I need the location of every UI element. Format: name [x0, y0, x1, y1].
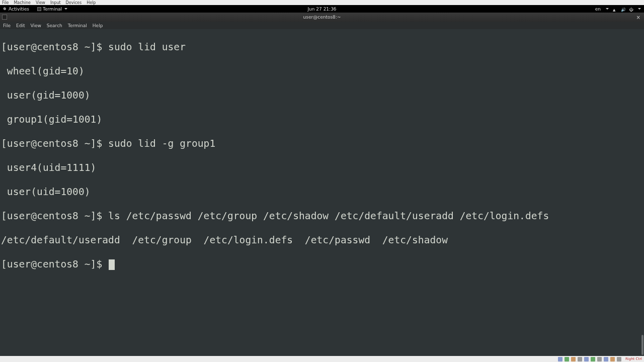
- chevron-down-icon: [606, 8, 609, 10]
- activities-button[interactable]: Activities: [3, 7, 29, 12]
- prompt: [user@centos8 ~]$: [1, 258, 108, 270]
- vbox-hdd-icon[interactable]: [558, 357, 562, 361]
- speaker-icon[interactable]: [621, 7, 625, 11]
- term-menu-file[interactable]: File: [3, 23, 11, 28]
- vbox-network-icon[interactable]: [584, 357, 589, 361]
- vbox-cpu-icon[interactable]: [604, 357, 608, 361]
- vbox-menu-view[interactable]: View: [36, 1, 45, 5]
- terminal-line: [user@centos8 ~]$ sudo lid user: [1, 41, 643, 53]
- vbox-menu-help[interactable]: Help: [87, 1, 96, 5]
- vbox-mouse-icon[interactable]: [610, 357, 615, 361]
- term-menu-search[interactable]: Search: [47, 23, 62, 28]
- close-button[interactable]: ×: [635, 15, 642, 20]
- terminal-menu-bar: File Edit View Search Terminal Help: [0, 22, 644, 29]
- vbox-host-key: Right Ctrl: [625, 357, 642, 361]
- gnome-top-panel: Activities Terminal Jun 27 21:36 en: [0, 5, 644, 13]
- clock[interactable]: Jun 27 21:36: [307, 7, 336, 12]
- virtualbox-status-bar: Right Ctrl: [0, 356, 644, 362]
- app-menu-label: Terminal: [43, 7, 62, 12]
- terminal-content[interactable]: [user@centos8 ~]$ sudo lid user wheel(gi…: [0, 29, 644, 356]
- vbox-usb-icon[interactable]: [571, 357, 576, 361]
- terminal-line: wheel(gid=10): [1, 65, 643, 77]
- chevron-down-icon: [638, 8, 641, 10]
- terminal-line: /etc/default/useradd /etc/group /etc/log…: [1, 234, 643, 246]
- vbox-menu-input[interactable]: Input: [50, 1, 61, 5]
- vbox-menu-machine[interactable]: Machine: [14, 1, 31, 5]
- input-language[interactable]: en: [595, 7, 601, 12]
- virtualbox-menu-bar: File Machine View Input Devices Help: [0, 0, 644, 5]
- terminal-line: user4(uid=1111): [1, 162, 643, 174]
- terminal-line: user(uid=1000): [1, 186, 643, 198]
- terminal-icon: [2, 15, 7, 20]
- network-icon[interactable]: [613, 7, 617, 11]
- cursor: [109, 259, 115, 270]
- term-menu-view[interactable]: View: [31, 23, 41, 28]
- activities-label: Activities: [9, 7, 29, 12]
- terminal-prompt-line: [user@centos8 ~]$: [1, 258, 643, 270]
- app-menu[interactable]: Terminal: [37, 7, 67, 12]
- vbox-keyboard-icon[interactable]: [617, 357, 621, 361]
- system-tray[interactable]: en: [595, 7, 641, 12]
- term-menu-terminal[interactable]: Terminal: [68, 23, 87, 28]
- vbox-recording-icon[interactable]: [597, 357, 602, 361]
- term-menu-edit[interactable]: Edit: [16, 23, 25, 28]
- terminal-line: [user@centos8 ~]$ ls /etc/passwd /etc/gr…: [1, 210, 643, 222]
- scrollbar-thumb[interactable]: [641, 335, 643, 355]
- vbox-menu-file[interactable]: File: [2, 1, 9, 5]
- vbox-display-icon[interactable]: [591, 357, 595, 361]
- terminal-line: [user@centos8 ~]$ sudo lid -g group1: [1, 138, 643, 150]
- power-icon[interactable]: [629, 7, 633, 11]
- vbox-shared-folder-icon[interactable]: [578, 357, 582, 361]
- chevron-down-icon: [64, 8, 67, 10]
- gnome-foot-icon: [3, 7, 7, 11]
- terminal-line: group1(gid=1001): [1, 114, 643, 126]
- terminal-icon: [37, 7, 41, 11]
- vbox-menu-devices[interactable]: Devices: [66, 1, 82, 5]
- vbox-optical-icon[interactable]: [565, 357, 569, 361]
- window-title: user@centos8:~: [303, 15, 341, 20]
- terminal-titlebar[interactable]: user@centos8:~ ×: [0, 13, 644, 22]
- term-menu-help[interactable]: Help: [93, 23, 103, 28]
- terminal-line: user(gid=1000): [1, 89, 643, 102]
